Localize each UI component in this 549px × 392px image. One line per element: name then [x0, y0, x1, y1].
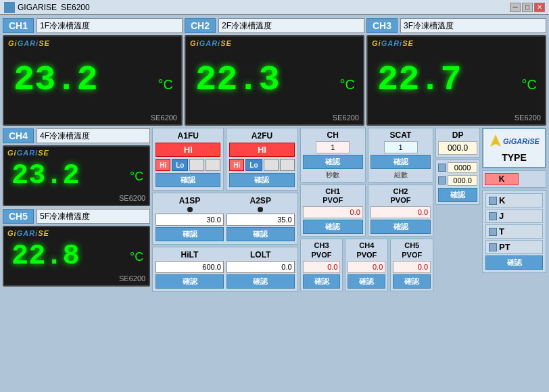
a2fu-hi-button[interactable]: Hi — [229, 159, 244, 171]
ch5pvof-col: CH5PVOF 確認 — [390, 239, 433, 291]
lolt-input[interactable] — [226, 261, 295, 273]
a2sp-input[interactable] — [226, 214, 295, 226]
top-channels-row: CH1 GiGARiSE 23.2 °C SE6200 CH2 GiGARiSE — [3, 18, 546, 126]
maximize-button[interactable]: □ — [522, 3, 533, 12]
ch3-unit: °C — [522, 77, 537, 93]
ch2pvof-confirm-button[interactable]: 確認 — [371, 220, 431, 234]
ch4-logo: GiGARiSE — [7, 149, 145, 157]
type-pt-row[interactable]: PT — [485, 240, 543, 254]
ch4pvof-confirm-button[interactable]: 確認 — [348, 274, 385, 289]
type-j-row[interactable]: J — [485, 209, 543, 223]
type-k-input[interactable] — [485, 173, 519, 185]
ch1-label: CH1 — [3, 18, 34, 33]
dp-row1: 0000 — [438, 162, 477, 173]
type-pt-checkbox[interactable] — [489, 243, 497, 251]
a2fu-title: A2FU — [229, 131, 294, 141]
ch3-name-input[interactable] — [400, 18, 546, 33]
ch5-display: GiGARiSE 22.8 °C SE6200 — [3, 226, 150, 287]
ch5pvof-input[interactable] — [393, 261, 431, 273]
a2sp-confirm-button[interactable]: 確認 — [226, 227, 295, 241]
close-button[interactable]: ✕ — [534, 3, 545, 12]
ch4-value: 23.2 — [7, 162, 80, 190]
ch3-block: CH3 GiGARiSE 22.7 °C SE6200 — [366, 18, 546, 126]
ch5pvof-title: CH5PVOF — [402, 241, 422, 259]
scat-title: SCAT — [390, 130, 412, 140]
type-j-checkbox[interactable] — [489, 212, 497, 220]
scat-subtitle: 組數 — [394, 170, 408, 180]
ch1-logo: GiGARiSE — [8, 39, 177, 47]
title-bar: GIGARISE SE6200 ─ □ ✕ — [0, 0, 549, 15]
scat-col: SCAT 確認 組數 — [368, 128, 433, 182]
a1sp-col: A1SP 確認 — [156, 196, 224, 241]
type-k-checkbox[interactable] — [489, 197, 497, 205]
ch3pvof-confirm-button[interactable]: 確認 — [303, 274, 341, 289]
fu-row: A1FU HI Hi Lo 確認 A2FU HI Hi — [152, 128, 297, 191]
ch1-value-row: 23.2 °C — [8, 63, 177, 98]
hilt-col: HiLT 確認 — [156, 250, 224, 289]
ch4pvof-input[interactable] — [348, 261, 385, 273]
ch4-label: CH4 — [3, 128, 34, 143]
type-label: TYPE — [502, 152, 527, 163]
lolt-confirm-button[interactable]: 確認 — [226, 274, 295, 289]
ch4-unit: °C — [130, 170, 143, 184]
dp-title: DP — [452, 130, 464, 140]
dp-value2: 000.0 — [448, 175, 477, 186]
ch-ctrl-confirm-button[interactable]: 確認 — [303, 155, 363, 169]
ch1pvof-input[interactable] — [303, 206, 363, 218]
a2fu-sq1-button[interactable] — [264, 159, 279, 171]
a1fu-lo-button[interactable]: Lo — [172, 159, 188, 171]
dp-checkbox1[interactable] — [438, 164, 446, 172]
a1sp-input[interactable] — [156, 214, 224, 226]
a2fu-sq2-button[interactable] — [280, 159, 295, 171]
type-confirm-button[interactable]: 確認 — [485, 255, 543, 270]
scat-input[interactable] — [384, 141, 418, 153]
hilt-input[interactable] — [156, 261, 224, 273]
ch2-model: SE6200 — [190, 114, 359, 123]
ch1-block: CH1 GiGARiSE 23.2 °C SE6200 — [3, 18, 183, 126]
ch4-block: CH4 GiGARiSE 23.2 °C SE6200 — [3, 128, 150, 206]
dp-confirm-button[interactable]: 確認 — [438, 188, 477, 202]
ch-ctrl-input[interactable] — [316, 141, 350, 153]
ch4-value-row: 23.2 °C — [7, 162, 145, 190]
logo-panel: GiGARiSE TYPE — [482, 128, 546, 168]
ch1pvof-confirm-button[interactable]: 確認 — [303, 220, 363, 234]
a1fu-confirm-button[interactable]: 確認 — [156, 173, 220, 187]
a2sp-col: A2SP 確認 — [226, 196, 295, 241]
ch2-name-input[interactable] — [218, 18, 364, 33]
ch4-name-input[interactable] — [37, 128, 150, 143]
a2fu-hi-lo: Hi Lo — [229, 159, 294, 171]
minimize-button[interactable]: ─ — [510, 3, 521, 12]
a1sp-confirm-button[interactable]: 確認 — [156, 227, 224, 241]
ch5-label: CH5 — [3, 209, 34, 224]
ch5-value: 22.8 — [7, 242, 80, 270]
ch3pvof-input[interactable] — [303, 261, 341, 273]
type-t-row[interactable]: T — [485, 224, 543, 239]
dp-checkbox2[interactable] — [438, 176, 446, 185]
type-k-row[interactable]: K — [485, 193, 543, 207]
a1fu-sq1-button[interactable] — [189, 159, 204, 171]
main-content: CH1 GiGARiSE 23.2 °C SE6200 CH2 GiGARiSE — [0, 15, 549, 392]
ch2pvof-input[interactable] — [371, 206, 431, 218]
window-controls: ─ □ ✕ — [510, 3, 545, 12]
ch1-name-input[interactable] — [37, 18, 183, 33]
scat-confirm-button[interactable]: 確認 — [371, 155, 431, 169]
dp-value1: 0000 — [448, 162, 477, 173]
ch2-block: CH2 GiGARiSE 22.3 °C SE6200 — [185, 18, 364, 126]
a1fu-hi-button[interactable]: Hi — [156, 159, 170, 171]
ch3-logo: GiGARiSE — [372, 39, 541, 47]
a2fu-badge: HI — [229, 143, 294, 157]
type-t-checkbox[interactable] — [489, 228, 497, 236]
a2fu-lo-button[interactable]: Lo — [245, 159, 262, 171]
a1fu-sq2-button[interactable] — [206, 159, 220, 171]
type-k-input-section — [482, 170, 546, 188]
lolt-col: LOLT 確認 — [226, 250, 295, 289]
ch5-name-input[interactable] — [37, 209, 150, 224]
a2fu-confirm-button[interactable]: 確認 — [229, 173, 294, 187]
ch5pvof-confirm-button[interactable]: 確認 — [393, 274, 431, 289]
ch2-value-row: 22.3 °C — [190, 63, 359, 98]
app-icon — [4, 2, 15, 13]
pvof-row1: CH1PVOF 確認 CH2PVOF 確認 — [300, 185, 434, 237]
type-j-label: J — [499, 211, 504, 221]
hilt-confirm-button[interactable]: 確認 — [156, 274, 224, 289]
lolt-title: LOLT — [250, 250, 270, 260]
